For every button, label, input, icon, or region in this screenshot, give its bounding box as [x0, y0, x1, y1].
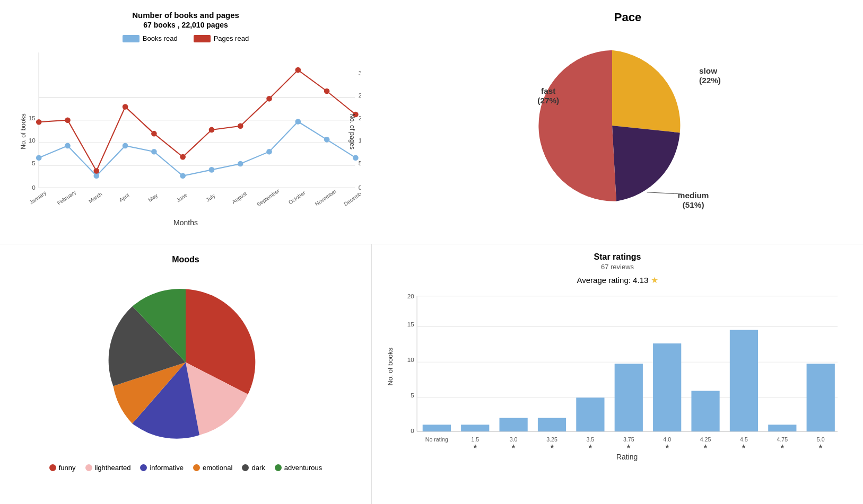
- line-chart-title: Number of books and pages: [11, 11, 361, 20]
- svg-text:3.5: 3.5: [587, 436, 595, 443]
- svg-text:★: ★: [626, 443, 631, 449]
- legend-adventurous: adventurous: [275, 464, 322, 472]
- svg-text:1.5: 1.5: [471, 436, 479, 443]
- legend-pages-color: [194, 35, 211, 42]
- svg-text:10: 10: [29, 137, 36, 144]
- svg-text:September: September: [256, 188, 281, 208]
- svg-point-32: [151, 131, 157, 137]
- svg-text:slow: slow: [699, 66, 717, 75]
- moods-title: Moods: [11, 255, 361, 264]
- svg-text:4.25: 4.25: [700, 436, 711, 443]
- svg-point-18: [93, 173, 99, 179]
- lighthearted-label: lighthearted: [95, 464, 131, 472]
- emotional-label: emotional: [203, 464, 232, 472]
- svg-point-35: [238, 123, 243, 129]
- svg-text:3.25: 3.25: [546, 436, 557, 443]
- svg-point-27: [353, 155, 359, 161]
- svg-text:November: November: [314, 188, 338, 207]
- svg-text:(22%): (22%): [699, 76, 721, 85]
- svg-text:January: January: [28, 190, 48, 206]
- legend-funny: funny: [49, 464, 76, 472]
- informative-dot: [140, 464, 147, 471]
- svg-point-26: [324, 137, 330, 143]
- svg-text:July: July: [205, 192, 216, 203]
- legend-pages: Pages read: [194, 34, 249, 42]
- bar-4-25: [691, 391, 719, 431]
- emotional-dot: [193, 464, 200, 471]
- svg-point-28: [36, 119, 42, 125]
- line-chart-svg: 0 5 10 15 0 500 1000 2000 2500 3500: [11, 47, 361, 216]
- moods-pie-wrap: [11, 270, 361, 461]
- svg-text:★: ★: [818, 443, 823, 449]
- svg-point-38: [324, 89, 330, 94]
- svg-text:5: 5: [411, 392, 414, 399]
- svg-point-31: [123, 104, 128, 110]
- svg-text:fast: fast: [541, 86, 555, 95]
- svg-text:5: 5: [32, 160, 36, 166]
- ratings-subtitle: 67 reviews: [382, 263, 852, 271]
- moods-section: Moods: [0, 244, 371, 504]
- svg-text:Rating: Rating: [616, 453, 638, 461]
- pace-pie-svg: fast (27%) slow (22%) medium (51%): [480, 27, 745, 213]
- svg-point-24: [266, 149, 272, 155]
- funny-label: funny: [59, 464, 76, 472]
- svg-text:★: ★: [741, 443, 746, 449]
- y-axis-left-label: No. of books: [20, 113, 27, 149]
- svg-text:(27%): (27%): [537, 96, 559, 105]
- bar-4-75: [768, 425, 796, 431]
- svg-text:May: May: [147, 192, 159, 203]
- svg-text:0: 0: [32, 184, 36, 191]
- svg-text:★: ★: [511, 443, 516, 449]
- bar-no-rating: [423, 425, 451, 431]
- funny-dot: [49, 464, 56, 471]
- avg-rating: Average rating: 4.13 ★: [382, 275, 852, 285]
- svg-text:★: ★: [588, 443, 593, 449]
- pace-section: Pace fast (27%): [371, 0, 863, 244]
- bar-chart-wrap: 0 5 10 15 20 No. of books No rating: [382, 290, 852, 465]
- svg-point-17: [65, 143, 71, 149]
- svg-text:October: October: [287, 190, 307, 206]
- svg-text:15: 15: [407, 321, 415, 328]
- svg-text:★: ★: [703, 443, 708, 449]
- svg-text:June: June: [176, 192, 189, 204]
- svg-point-20: [151, 149, 157, 155]
- line-chart-wrap: No. of books No. of pages 0 5 10 15 0 50…: [11, 47, 361, 216]
- svg-point-25: [295, 119, 301, 125]
- svg-text:0: 0: [411, 427, 414, 434]
- svg-text:April: April: [118, 192, 130, 204]
- line-chart-legend: Books read Pages read: [11, 34, 361, 42]
- svg-text:2000: 2000: [359, 114, 361, 121]
- legend-lighthearted: lighthearted: [85, 464, 131, 472]
- bar-5-0: [807, 364, 835, 431]
- bar-4-5: [730, 330, 758, 432]
- bar-3-5: [576, 397, 604, 431]
- dark-dot: [242, 464, 249, 471]
- svg-text:(51%): (51%): [682, 200, 704, 209]
- svg-text:March: March: [88, 191, 103, 204]
- svg-point-16: [36, 155, 42, 161]
- adventurous-label: adventurous: [284, 464, 322, 472]
- x-axis-label: Months: [11, 218, 361, 227]
- informative-label: informative: [150, 464, 184, 472]
- svg-text:4.0: 4.0: [663, 436, 671, 443]
- lighthearted-dot: [85, 464, 92, 471]
- star-icon: ★: [651, 276, 658, 285]
- legend-informative: informative: [140, 464, 184, 472]
- svg-text:5.0: 5.0: [817, 436, 825, 443]
- y-axis-right-label: No. of pages: [348, 113, 356, 149]
- svg-text:★: ★: [473, 443, 478, 449]
- svg-text:4.75: 4.75: [777, 436, 788, 443]
- line-chart-subtitle: 67 books , 22,010 pages: [11, 21, 361, 29]
- svg-text:★: ★: [550, 443, 555, 449]
- svg-text:3500: 3500: [359, 69, 361, 76]
- ratings-title: Star ratings: [382, 252, 852, 262]
- svg-text:1000: 1000: [359, 137, 361, 144]
- svg-point-23: [238, 161, 243, 167]
- svg-point-19: [123, 143, 128, 149]
- legend-books: Books read: [123, 34, 178, 42]
- legend-books-color: [123, 35, 140, 42]
- svg-text:medium: medium: [677, 191, 709, 200]
- bar-3-0: [500, 418, 528, 432]
- svg-text:December: December: [343, 188, 361, 207]
- svg-text:No. of books: No. of books: [386, 348, 394, 386]
